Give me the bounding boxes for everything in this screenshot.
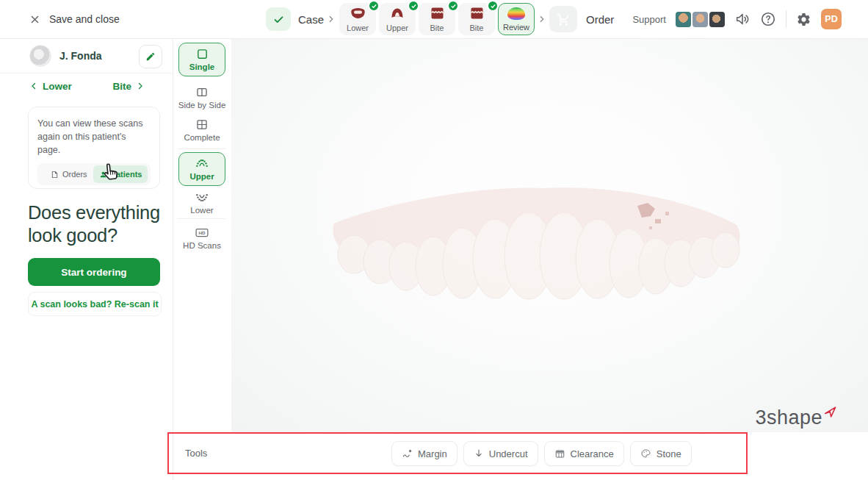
user-avatar-badge[interactable]: PD bbox=[821, 9, 842, 29]
side-by-side-icon bbox=[195, 86, 209, 98]
tool-buttons-group: Margin Undercut Clearance Stone bbox=[391, 441, 692, 466]
tool-label: Stone bbox=[657, 448, 681, 459]
lower-arch-icon bbox=[195, 191, 209, 204]
step-checked-badge bbox=[487, 0, 499, 12]
view-label: Upper bbox=[189, 172, 214, 181]
document-icon bbox=[51, 171, 59, 179]
divider bbox=[0, 73, 173, 74]
tool-label: Undercut bbox=[489, 448, 528, 459]
help-icon[interactable] bbox=[760, 11, 776, 27]
scan-steps: Lower Upper Bite bbox=[339, 3, 535, 35]
view-upper-button[interactable]: Upper bbox=[178, 152, 225, 186]
cart-icon bbox=[557, 12, 571, 26]
chevron-right-icon bbox=[326, 14, 336, 24]
hd-icon: HD bbox=[195, 226, 209, 239]
margin-pen-icon bbox=[402, 448, 413, 459]
pencil-icon bbox=[145, 51, 156, 62]
next-scan-link[interactable]: Bite bbox=[112, 81, 145, 92]
next-scan-label: Bite bbox=[112, 81, 131, 92]
rescan-button[interactable]: A scan looks bad? Re-scan it bbox=[28, 292, 162, 316]
chevron-right-icon bbox=[537, 14, 547, 24]
divider bbox=[178, 148, 226, 149]
support-avatar[interactable] bbox=[709, 12, 725, 27]
stone-palette-icon bbox=[640, 448, 651, 459]
prev-scan-link[interactable]: Lower bbox=[29, 81, 72, 92]
tool-label: Margin bbox=[418, 448, 447, 459]
tool-label: Clearance bbox=[571, 448, 614, 459]
support-team-avatars[interactable] bbox=[676, 12, 725, 27]
support-avatar[interactable] bbox=[692, 12, 708, 27]
stone-tool-button[interactable]: Stone bbox=[630, 441, 692, 466]
divider bbox=[786, 10, 786, 28]
tools-bar: Tools Margin Undercut Clearance Stone bbox=[173, 432, 868, 480]
chevron-right-icon bbox=[136, 82, 145, 90]
save-and-close-button[interactable]: Save and close bbox=[29, 0, 120, 38]
clearance-tool-button[interactable]: Clearance bbox=[544, 441, 624, 466]
hand-cursor-icon bbox=[98, 159, 124, 185]
check-icon bbox=[272, 13, 285, 26]
edit-patient-button[interactable] bbox=[139, 45, 162, 68]
view-hd-scans-button[interactable]: HD HD Scans bbox=[178, 223, 225, 254]
info-text: You can view these scans again on this p… bbox=[37, 117, 151, 157]
step-upper-scan[interactable]: Upper bbox=[379, 3, 416, 35]
case-complete-check-button[interactable] bbox=[266, 7, 291, 31]
prev-scan-label: Lower bbox=[43, 81, 72, 92]
review-rainbow-icon bbox=[499, 7, 534, 20]
view-label: Side by Side bbox=[178, 101, 226, 110]
view-label: Single bbox=[189, 62, 215, 71]
topbar-right-cluster: Support PD bbox=[632, 0, 868, 38]
close-icon[interactable] bbox=[29, 14, 40, 25]
upper-arch-scan-render bbox=[323, 178, 749, 303]
review-question-heading: Does everything look good? bbox=[28, 201, 169, 246]
partial-button[interactable]: ℓ bbox=[148, 169, 151, 179]
step-review[interactable]: Review bbox=[498, 3, 535, 35]
scan-3d-viewport[interactable]: 3shape bbox=[231, 38, 868, 432]
support-label: Support bbox=[632, 14, 666, 25]
top-bar: Save and close Case Lower bbox=[0, 0, 868, 39]
support-avatar[interactable] bbox=[676, 12, 691, 27]
clearance-grid-icon bbox=[554, 448, 565, 459]
step-label: Lower bbox=[347, 24, 369, 32]
step-bite-scan-2[interactable]: Bite bbox=[458, 3, 495, 35]
view-label: HD Scans bbox=[183, 241, 221, 250]
view-complete-button[interactable]: Complete bbox=[178, 115, 225, 146]
chevron-left-icon bbox=[29, 82, 38, 90]
orders-tab-button[interactable]: Orders bbox=[45, 165, 93, 183]
patient-page-tabs-preview: Orders Patients ℓ bbox=[37, 163, 151, 185]
view-side-by-side-button[interactable]: Side by Side bbox=[178, 82, 225, 113]
step-label: Bite bbox=[470, 24, 484, 32]
gear-icon[interactable] bbox=[796, 12, 811, 27]
patient-row: J. Fonda bbox=[29, 44, 162, 68]
divider bbox=[178, 218, 226, 219]
upper-arch-icon bbox=[195, 157, 209, 170]
volume-icon[interactable] bbox=[734, 11, 751, 27]
patient-name: J. Fonda bbox=[59, 50, 102, 62]
margin-tool-button[interactable]: Margin bbox=[391, 441, 457, 466]
single-view-icon bbox=[196, 48, 209, 60]
undercut-tool-button[interactable]: Undercut bbox=[463, 441, 538, 466]
step-label: Bite bbox=[430, 24, 444, 32]
step-checked-badge bbox=[368, 0, 380, 12]
breadcrumb-case-label: Case bbox=[298, 0, 324, 38]
step-checked-badge bbox=[408, 0, 419, 12]
breadcrumb-order-label: Order bbox=[586, 0, 614, 38]
step-lower-scan[interactable]: Lower bbox=[339, 3, 376, 35]
save-and-close-label: Save and close bbox=[49, 13, 120, 25]
start-ordering-button[interactable]: Start ordering bbox=[28, 258, 160, 286]
tools-label: Tools bbox=[185, 448, 207, 459]
complete-view-icon bbox=[195, 118, 209, 131]
arrow-down-icon bbox=[474, 448, 484, 459]
3shape-scan-review-app: Save and close Case Lower bbox=[0, 0, 868, 480]
3shape-logo-arrow-icon bbox=[823, 405, 837, 419]
step-checked-badge bbox=[447, 0, 459, 12]
view-lower-button[interactable]: Lower bbox=[178, 187, 225, 218]
view-mode-rail: Single Side by Side Complete Upper Lower… bbox=[173, 38, 231, 432]
svg-text:HD: HD bbox=[198, 230, 206, 235]
view-label: Lower bbox=[190, 206, 213, 215]
step-bite-scan-1[interactable]: Bite bbox=[419, 3, 455, 35]
3shape-logo-text: 3shape bbox=[755, 408, 822, 428]
view-single-button[interactable]: Single bbox=[178, 43, 225, 76]
view-label: Complete bbox=[184, 133, 220, 142]
step-label: Review bbox=[503, 23, 529, 32]
order-cart-button[interactable] bbox=[549, 6, 577, 32]
